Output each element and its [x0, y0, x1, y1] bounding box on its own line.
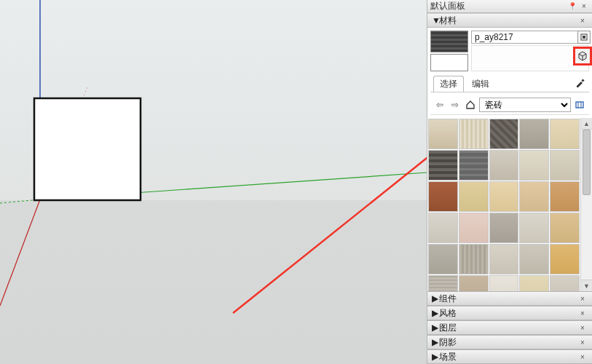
materials-tabs: 选择 编辑	[430, 74, 589, 92]
scroll-up-button[interactable]: ▲	[581, 118, 592, 130]
material-desc-area	[471, 45, 589, 71]
section-layers-header[interactable]: ▶ 图层 ×	[427, 320, 592, 335]
library-icon	[575, 100, 585, 110]
section-close-icon[interactable]: ×	[577, 308, 588, 318]
material-tile[interactable]	[428, 150, 458, 181]
material-tile[interactable]	[550, 244, 580, 274]
home-icon	[465, 100, 475, 110]
material-tile[interactable]	[550, 275, 580, 291]
section-materials-header[interactable]: ▼ 材料 ×	[427, 13, 592, 28]
material-tile[interactable]	[489, 150, 519, 181]
tab-edit[interactable]: 编辑	[465, 76, 496, 92]
3d-viewport[interactable]	[0, 0, 427, 364]
tray-title: 默认面板	[430, 0, 566, 12]
material-tile[interactable]	[459, 213, 489, 243]
new-material-icon	[577, 50, 588, 62]
material-tile[interactable]	[459, 275, 489, 291]
material-tile[interactable]	[428, 275, 458, 291]
axis-red	[0, 199, 40, 306]
material-tile[interactable]	[459, 181, 489, 212]
section-close-icon[interactable]: ×	[577, 323, 588, 333]
expand-icon: ▶	[432, 323, 439, 333]
default-material-swatch[interactable]	[430, 54, 468, 71]
material-tile[interactable]	[459, 150, 489, 181]
material-tile[interactable]	[519, 275, 549, 291]
material-tile[interactable]	[489, 213, 519, 243]
material-tile[interactable]	[519, 244, 549, 274]
materials-nav: ⇦ ⇨ 瓷砖	[430, 95, 589, 115]
material-tile[interactable]	[489, 181, 519, 212]
collapse-icon: ▼	[432, 15, 439, 25]
material-tile[interactable]	[550, 213, 580, 243]
material-tile[interactable]	[519, 150, 549, 181]
section-components-header[interactable]: ▶ 组件 ×	[427, 291, 592, 306]
material-tile[interactable]	[459, 119, 489, 149]
material-tile[interactable]	[428, 213, 458, 243]
material-tile[interactable]	[428, 181, 458, 212]
expand-icon: ▶	[432, 308, 439, 318]
scroll-thumb[interactable]	[583, 130, 591, 195]
section-close-icon[interactable]: ×	[577, 337, 588, 347]
pin-icon[interactable]: 📍	[567, 1, 577, 12]
materials-scrollbar[interactable]: ▲ ▼	[580, 118, 592, 291]
section-styles-label: 风格	[439, 307, 576, 320]
tray-titlebar[interactable]: 默认面板 📍 ×	[427, 0, 592, 13]
materials-grid	[427, 118, 580, 291]
section-components-label: 组件	[439, 293, 576, 305]
collapsed-sections: ▶ 组件 × ▶ 风格 × ▶ 图层 × ▶ 阴影 × ▶ 场景	[427, 291, 592, 364]
annotation-arrow	[233, 57, 427, 313]
model-face[interactable]	[34, 98, 141, 200]
category-select[interactable]: 瓷砖	[479, 98, 571, 112]
material-tile[interactable]	[550, 150, 580, 181]
section-shadows-label: 阴影	[439, 336, 576, 349]
section-shadows-header[interactable]: ▶ 阴影 ×	[427, 335, 592, 349]
section-styles-header[interactable]: ▶ 风格 ×	[427, 306, 592, 320]
material-tile[interactable]	[550, 119, 580, 149]
section-layers-label: 图层	[439, 322, 576, 334]
eyedropper-icon[interactable]	[575, 78, 586, 90]
material-preview	[430, 31, 468, 71]
nav-home-button[interactable]	[464, 98, 477, 111]
material-tile[interactable]	[489, 244, 519, 274]
materials-grid-wrap: ▲ ▼	[427, 118, 592, 291]
material-tile[interactable]	[550, 181, 580, 212]
nav-back-button[interactable]: ⇦	[433, 98, 446, 111]
material-tile[interactable]	[428, 119, 458, 149]
expand-icon: ▶	[432, 293, 439, 304]
materials-body: 选择 编辑 ⇦ ⇨ 瓷砖	[427, 28, 592, 118]
material-tile[interactable]	[428, 244, 458, 274]
expand-icon: ▶	[432, 352, 439, 362]
section-close-icon[interactable]: ×	[577, 293, 588, 304]
tab-select[interactable]: 选择	[433, 76, 464, 92]
material-name-input[interactable]	[471, 31, 589, 44]
material-tile[interactable]	[519, 213, 549, 243]
library-menu-button[interactable]	[573, 98, 586, 111]
create-material-button[interactable]	[573, 47, 592, 66]
scroll-down-button[interactable]: ▼	[581, 280, 592, 291]
close-icon[interactable]: ×	[579, 1, 589, 12]
svg-rect-3	[576, 102, 583, 108]
nav-forward-button[interactable]: ⇨	[449, 98, 462, 111]
material-tile[interactable]	[519, 119, 549, 149]
tray-panel: 默认面板 📍 × ▼ 材料 ×	[427, 0, 592, 364]
section-materials-label: 材料	[439, 15, 576, 27]
section-close-icon[interactable]: ×	[577, 15, 588, 25]
svg-rect-1	[583, 36, 585, 39]
current-material-swatch[interactable]	[430, 31, 468, 52]
material-tile[interactable]	[519, 181, 549, 212]
expand-icon: ▶	[432, 337, 439, 347]
section-scenes-label: 场景	[439, 351, 576, 363]
section-scenes-header[interactable]: ▶ 场景 ×	[427, 349, 592, 364]
scroll-track[interactable]	[581, 130, 592, 280]
material-tile[interactable]	[489, 119, 519, 149]
material-tile[interactable]	[459, 244, 489, 274]
svg-rect-2	[581, 79, 584, 82]
material-tile[interactable]	[489, 275, 519, 291]
section-close-icon[interactable]: ×	[577, 352, 588, 362]
name-menu-button[interactable]	[577, 31, 591, 44]
